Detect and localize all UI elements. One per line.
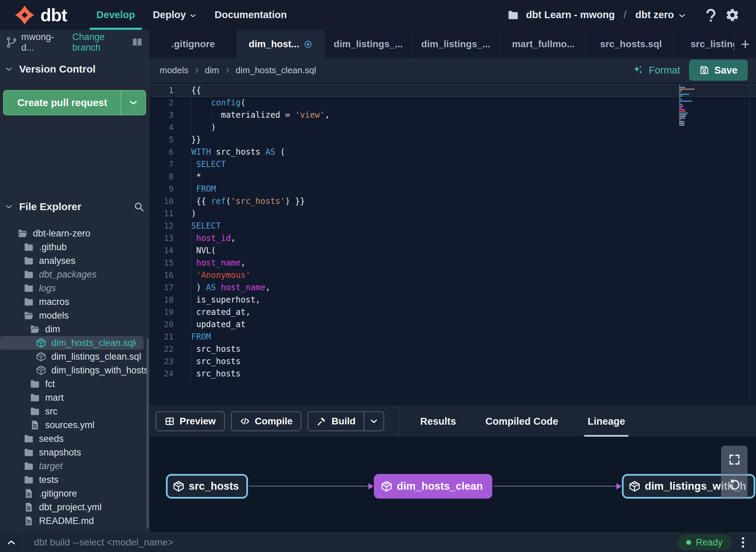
tab-results[interactable]: Results — [420, 406, 456, 437]
file-tab-dim-listings[interactable]: dim_listings_... — [325, 30, 412, 58]
indent-guide — [191, 355, 192, 368]
model-cube-icon — [36, 351, 47, 362]
tree-item-label: .github — [39, 242, 67, 253]
file-tab-mart-fullmo[interactable]: mart_fullmo... — [500, 30, 587, 58]
refresh-icon[interactable] — [728, 478, 741, 491]
search-icon[interactable] — [133, 201, 144, 212]
project-separator: / — [624, 9, 626, 21]
breadcrumb-item[interactable]: models — [160, 65, 188, 76]
lineage-node-src-hosts[interactable]: src_hosts — [166, 474, 248, 499]
tree-item-dim-listings-with-hosts[interactable]: dim_listings_with_hosts... — [0, 363, 149, 377]
help-icon[interactable] — [703, 8, 718, 23]
tree-item-analyses[interactable]: analyses — [0, 254, 149, 268]
preview-button[interactable]: Preview — [156, 411, 225, 431]
nav-item-develop[interactable]: Develop — [88, 0, 144, 30]
code-line: 3 materialized = 'view', — [149, 109, 756, 121]
project-folder-icon — [507, 9, 519, 21]
folder-icon — [23, 255, 34, 266]
code-text: config( — [190, 98, 756, 107]
code-token: src_hosts — [191, 357, 241, 366]
sidebar-scrollbar[interactable] — [147, 338, 148, 528]
model-cube-icon — [36, 337, 47, 348]
lineage-graph[interactable]: src_hostsdim_hosts_cleandim_listings_wit… — [149, 437, 756, 532]
line-number: 6 — [149, 147, 190, 156]
nav-item-label: Documentation — [214, 9, 287, 21]
new-tab-button[interactable]: + — [734, 30, 756, 58]
tree-item-tests[interactable]: tests — [0, 473, 149, 487]
branch-name[interactable]: mwong-d... — [21, 32, 63, 53]
tree-item-logs[interactable]: logs — [0, 281, 149, 295]
tree-item-sources-yml[interactable]: sources.yml — [0, 418, 149, 432]
tree-item-github[interactable]: .github — [0, 240, 149, 254]
tree-item-dim-listings-clean-sql[interactable]: dim_listings_clean.sql — [0, 350, 149, 363]
build-button[interactable]: Build — [308, 411, 384, 431]
breadcrumb-item[interactable]: dim — [205, 65, 219, 76]
line-number: 13 — [149, 234, 190, 243]
create-pull-request-button[interactable]: Create pull request — [3, 90, 146, 115]
tree-item-mart[interactable]: mart — [0, 391, 149, 405]
nav-item-documentation[interactable]: Documentation — [206, 0, 296, 30]
modified-dot — [135, 342, 135, 345]
compile-button[interactable]: Compile — [231, 411, 301, 431]
code-line: 15 host_name, — [149, 257, 756, 269]
command-input[interactable] — [34, 537, 677, 548]
toolbar-divider — [399, 406, 399, 437]
statusbar-divider — [23, 533, 23, 552]
project-switcher[interactable]: dbt zero — [635, 9, 686, 21]
tree-item-fct[interactable]: fct — [0, 377, 149, 391]
nav-item-label: Develop — [96, 9, 135, 21]
tree-item-target[interactable]: target — [0, 459, 149, 473]
file-tab-dim-host[interactable]: dim_host... — [237, 30, 325, 58]
file-tab-label: dim_listings_... — [421, 39, 490, 50]
code-text: ) — [190, 209, 756, 218]
fullscreen-icon[interactable] — [728, 453, 741, 466]
tree-item-label: src — [45, 406, 57, 417]
version-control-header[interactable]: Version Control — [0, 55, 149, 84]
tree-item-snapshots[interactable]: snapshots — [0, 446, 149, 459]
folder-icon — [23, 461, 34, 472]
file-tab-label: dim_listings_... — [334, 39, 403, 50]
status-badge[interactable]: Ready — [677, 535, 731, 550]
tree-item-models[interactable]: models — [0, 309, 149, 322]
change-branch-link[interactable]: Change branch — [72, 32, 131, 53]
file-explorer-header[interactable]: File Explorer — [0, 193, 149, 220]
format-button[interactable]: Format — [623, 64, 689, 76]
dbt-logo[interactable]: dbt — [0, 0, 74, 30]
code-token — [191, 233, 196, 243]
tree-item-dbt-packages[interactable]: dbt_packages — [0, 268, 149, 281]
line-number: 24 — [149, 369, 190, 378]
tree-item-dbt-project-yml[interactable]: dbt_project.yml — [0, 500, 149, 514]
file-tab-dim-listings[interactable]: dim_listings_... — [412, 30, 500, 58]
code-editor[interactable]: 1{{2 config(3 materialized = 'view',4 )5… — [149, 82, 756, 406]
chevron-down-icon — [678, 12, 686, 20]
line-number: 12 — [149, 221, 190, 230]
gear-icon[interactable] — [725, 8, 740, 22]
tree-item-seeds[interactable]: seeds — [0, 432, 149, 446]
code-line: 10 {{ ref('src_hosts') }} — [149, 195, 756, 207]
breadcrumb-item[interactable]: dim_hosts_clean.sql — [236, 65, 316, 76]
tree-item-label: dbt_project.yml — [39, 502, 102, 513]
kebab-menu-icon[interactable] — [736, 536, 750, 549]
folder-icon — [23, 447, 34, 458]
lineage-node-dim-hosts-clean[interactable]: dim_hosts_clean — [374, 474, 492, 499]
file-tab-src-hosts-sql[interactable]: src_hosts.sql — [587, 30, 675, 58]
tree-item-src[interactable]: src — [0, 405, 149, 418]
save-button[interactable]: Save — [689, 60, 748, 81]
file-tab-gitignore[interactable]: .gitignore — [149, 30, 237, 58]
tree-item-dim-hosts-clean-sql[interactable]: dim_hosts_clean.sql — [0, 336, 144, 350]
model-cube-icon — [628, 480, 641, 492]
collapse-panel-button[interactable] — [0, 533, 23, 552]
code-text: SELECT — [190, 159, 756, 169]
tree-item-dbt-learn-zero[interactable]: dbt-learn-zero — [0, 227, 149, 240]
tree-item-macros[interactable]: macros — [0, 295, 149, 309]
tree-item-gitignore[interactable]: .gitignore — [0, 487, 149, 500]
build-dropdown[interactable] — [364, 412, 383, 431]
nav-item-deploy[interactable]: Deploy — [144, 0, 206, 30]
tab-compiled-code[interactable]: Compiled Code — [485, 406, 558, 437]
docs-book-icon[interactable] — [131, 37, 144, 48]
create-pr-dropdown[interactable] — [121, 91, 145, 115]
tree-item-dim[interactable]: dim — [0, 322, 149, 336]
code-token: , — [265, 283, 270, 292]
tree-item-readme-md[interactable]: README.md — [0, 514, 149, 528]
tab-lineage[interactable]: Lineage — [588, 406, 625, 437]
